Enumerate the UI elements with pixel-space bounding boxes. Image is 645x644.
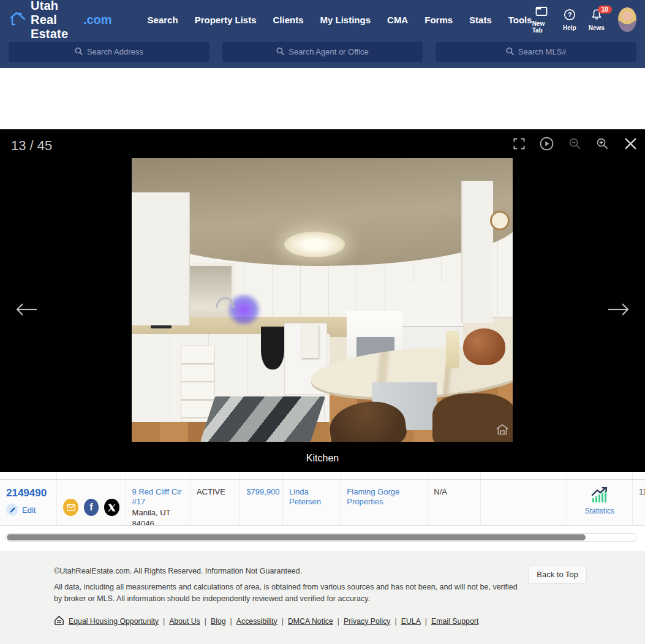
zoom-out-icon[interactable] (568, 137, 581, 150)
footer-separator: | (282, 617, 284, 626)
user-avatar[interactable] (618, 7, 636, 32)
photo-area-rug (200, 396, 325, 442)
mls-cell: 2149490 Edit (0, 480, 57, 525)
office-link[interactable]: Flaming Gorge Properties (347, 487, 399, 506)
horizontal-scrollbar-thumb[interactable] (7, 534, 586, 540)
photo-lightbox-overlay: 13 / 45 (0, 129, 645, 472)
disclaimer-text: All data, including all measurements and… (54, 581, 527, 605)
news-button[interactable]: 10 News (589, 9, 605, 31)
empty-cell (481, 480, 567, 525)
news-label: News (589, 25, 605, 31)
mls-number-link[interactable]: 2149490 (6, 487, 50, 499)
na-value: N/A (434, 487, 447, 496)
x-share-button[interactable] (104, 499, 119, 516)
address-cell: 9 Red Cliff Cir #17 Manila, UT 84046 (126, 480, 190, 525)
photo-purple-light (227, 294, 262, 325)
footer-link-eula[interactable]: EULA (401, 617, 421, 626)
nav-search[interactable]: Search (148, 15, 178, 25)
share-cell: f (57, 480, 126, 525)
nav-forms[interactable]: Forms (424, 15, 453, 25)
footer-link-about-us[interactable]: About Us (169, 617, 200, 626)
footer-separator: | (230, 617, 232, 626)
table-row-sliver (0, 472, 645, 480)
content-gap (0, 68, 645, 129)
header-actions: New Tab ? Help 10 News (532, 6, 636, 34)
nav-clients[interactable]: Clients (273, 15, 304, 25)
footer-separator: | (395, 617, 397, 626)
listing-photo-kitchen[interactable] (132, 158, 513, 442)
nav-stats[interactable]: Stats (469, 15, 492, 25)
footer-separator: | (205, 617, 206, 626)
house-logo-icon (9, 10, 27, 29)
slideshow-play-icon[interactable] (540, 137, 554, 151)
price-link[interactable]: $799,900 (246, 487, 279, 496)
footer-link-equal-housing[interactable]: Equal Housing Opportunity (69, 617, 159, 626)
nav-property-lists[interactable]: Property Lists (195, 15, 257, 25)
photo-caption: Kitchen (0, 453, 645, 464)
facebook-share-button[interactable]: f (84, 499, 99, 516)
clipped-value: 11. (639, 487, 645, 496)
footer-link-accessibility[interactable]: Accessibility (236, 617, 277, 626)
search-icon (75, 47, 83, 57)
next-photo-arrow[interactable] (606, 301, 632, 320)
price-cell: $799,900 (240, 480, 283, 525)
search-agent-placeholder: Search Agent or Office (289, 47, 369, 56)
back-to-top-button[interactable]: Back to Top (528, 565, 587, 584)
logo-suffix: .com (83, 13, 112, 27)
email-share-button[interactable] (63, 499, 78, 516)
header-top-row: Utah Real Estate.com Search Property Lis… (0, 0, 645, 39)
footer-links: Equal Housing Opportunity | About Us | B… (54, 615, 645, 627)
footer-separator: | (163, 617, 165, 626)
edit-pencil-icon (6, 504, 18, 516)
nav-tools[interactable]: Tools (508, 15, 532, 25)
top-navigation-bar: Utah Real Estate.com Search Property Lis… (0, 0, 645, 68)
photo-right-cabinet (461, 181, 493, 323)
agent-cell: Linda Petersen (283, 480, 341, 525)
photo-counter: 13 / 45 (11, 138, 52, 154)
header-search-row: Search Address Search Agent or Office Se… (0, 39, 645, 62)
photo-wall-clock (490, 211, 510, 230)
search-address-input[interactable]: Search Address (9, 42, 209, 62)
site-logo[interactable]: Utah Real Estate.com (9, 0, 112, 41)
photo-ceiling-light (284, 232, 345, 257)
news-badge: 10 (598, 6, 612, 13)
help-label: Help (563, 25, 576, 31)
photo-candle (446, 331, 459, 368)
fullscreen-icon[interactable] (513, 138, 525, 150)
search-mls-placeholder: Search MLS# (518, 47, 567, 56)
agent-link[interactable]: Linda Petersen (289, 487, 321, 506)
search-agent-office-input[interactable]: Search Agent or Office (222, 42, 423, 62)
footer-separator: | (338, 617, 339, 626)
photo-watermark-icon (496, 423, 509, 438)
address-link[interactable]: 9 Red Cliff Cir #17 (132, 487, 184, 507)
nav-my-listings[interactable]: My Listings (320, 15, 371, 25)
logo-text: Utah Real Estate (31, 0, 80, 41)
statistics-button[interactable]: Statistics (567, 480, 633, 525)
new-tab-label: New Tab (532, 20, 551, 34)
footer-separator: | (425, 617, 427, 626)
search-mls-input[interactable]: Search MLS# (436, 42, 636, 62)
previous-photo-arrow[interactable] (13, 301, 39, 320)
edit-listing-button[interactable]: Edit (6, 504, 50, 516)
edit-label: Edit (22, 506, 36, 515)
close-icon[interactable] (624, 137, 638, 151)
horizontal-scrollbar-track[interactable] (5, 533, 637, 542)
help-button[interactable]: ? Help (563, 9, 576, 31)
search-icon (506, 47, 514, 57)
new-tab-icon (535, 6, 548, 19)
status-value: ACTIVE (197, 487, 225, 496)
photo-left-cabinets (132, 192, 190, 326)
photo-black-towel (261, 327, 284, 369)
footer-link-email-support[interactable]: Email Support (431, 617, 478, 626)
footer-link-dmca[interactable]: DMCA Notice (288, 617, 333, 626)
listing-table-row: 2149490 Edit f 9 Red Cliff Cir #17 Manil… (0, 480, 645, 526)
footer-link-blog[interactable]: Blog (211, 617, 226, 626)
nav-cma[interactable]: CMA (387, 15, 408, 25)
page-footer: ©UtahRealEstate.com. All Rights Reserved… (0, 551, 645, 644)
new-tab-button[interactable]: New Tab (532, 6, 551, 34)
zoom-in-icon[interactable] (596, 137, 609, 150)
office-cell: Flaming Gorge Properties (341, 480, 428, 525)
lightbox-toolbar (513, 137, 638, 151)
footer-link-privacy[interactable]: Privacy Policy (344, 617, 391, 626)
na-cell: N/A (428, 480, 480, 525)
